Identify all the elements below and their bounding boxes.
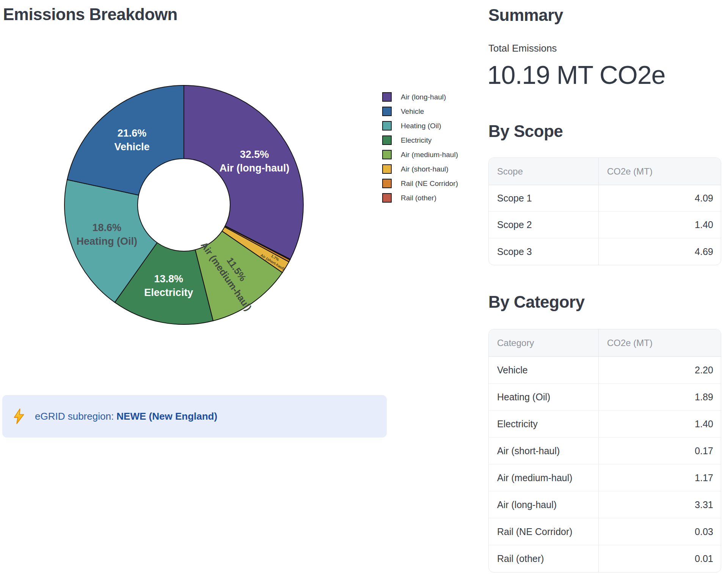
legend-swatch (382, 164, 392, 174)
row-label: Vehicle (489, 357, 599, 383)
legend-swatch (382, 135, 392, 145)
table-row: Rail (other)0.01 (489, 545, 721, 572)
by-scope-table: Scope CO2e (MT) Scope 14.09Scope 21.40Sc… (488, 157, 721, 265)
legend-item-electricity[interactable]: Electricity (382, 135, 458, 145)
table-row: Rail (NE Corridor)0.03 (489, 518, 721, 545)
by-category-heading: By Category (488, 293, 585, 311)
table-row: Heating (Oil)1.89 (489, 384, 721, 411)
row-value: 1.89 (599, 384, 721, 410)
row-label: Electricity (489, 411, 599, 437)
table-row: Air (long-haul)3.31 (489, 491, 721, 518)
table-row: Scope 14.09 (489, 185, 721, 212)
legend-swatch (382, 179, 392, 188)
egrid-subregion-text: eGRID subregion: NEWE (New England) (35, 411, 217, 422)
row-value: 4.09 (599, 185, 721, 211)
total-emissions-value: 10.19 MT CO2e (487, 61, 665, 88)
table-header-row: Scope CO2e (MT) (489, 158, 721, 185)
row-label: Air (medium-haul) (489, 464, 599, 491)
table-header-row: Category CO2e (MT) (489, 329, 721, 357)
legend-item-air-long-haul[interactable]: Air (long-haul) (382, 92, 458, 102)
legend-label: Air (medium-haul) (401, 151, 458, 159)
row-label: Heating (Oil) (489, 384, 599, 410)
row-value: 0.17 (599, 438, 721, 464)
legend-item-rail-other[interactable]: Rail (other) (382, 193, 458, 203)
summary-heading: Summary (488, 6, 563, 24)
table-row: Scope 34.69 (489, 238, 721, 265)
egrid-prefix: eGRID subregion: (35, 411, 114, 422)
emissions-donut-chart: 32.5%Air (long-haul)1.7%Air (short-haul)… (59, 80, 309, 330)
legend-swatch (382, 150, 392, 159)
row-label: Scope 1 (489, 185, 599, 211)
egrid-value: NEWE (New England) (116, 411, 217, 422)
legend-swatch (382, 121, 392, 131)
legend-label: Air (long-haul) (401, 93, 446, 101)
legend-label: Rail (other) (401, 194, 436, 202)
column-header-category: Category (489, 329, 599, 356)
row-label: Air (long-haul) (489, 491, 599, 518)
column-header-co2e: CO2e (MT) (599, 329, 721, 356)
legend-label: Air (short-haul) (401, 165, 449, 173)
row-label: Air (short-haul) (489, 438, 599, 464)
legend-label: Electricity (401, 136, 431, 145)
legend-item-rail-ne-corridor[interactable]: Rail (NE Corridor) (382, 179, 458, 188)
lightning-icon (13, 408, 25, 424)
row-value: 4.69 (599, 238, 721, 265)
legend-label: Vehicle (401, 107, 424, 116)
legend-item-air-medium-haul[interactable]: Air (medium-haul) (382, 150, 458, 159)
row-value: 1.17 (599, 464, 721, 491)
table-row: Scope 21.40 (489, 212, 721, 238)
row-value: 1.40 (599, 411, 721, 437)
row-value: 3.31 (599, 491, 721, 518)
column-header-co2e: CO2e (MT) (599, 158, 721, 185)
total-emissions-label: Total Emissions (488, 42, 557, 54)
row-label: Rail (other) (489, 545, 599, 572)
page-title: Emissions Breakdown (3, 5, 177, 24)
legend-swatch (382, 193, 392, 203)
pie-slice-air-long-haul[interactable] (184, 85, 303, 259)
row-label: Scope 2 (489, 212, 599, 238)
row-label: Scope 3 (489, 238, 599, 265)
egrid-info-banner: eGRID subregion: NEWE (New England) (2, 395, 387, 438)
legend-item-air-short-haul[interactable]: Air (short-haul) (382, 164, 458, 174)
column-header-scope: Scope (489, 158, 599, 185)
legend-item-heating-oil[interactable]: Heating (Oil) (382, 121, 458, 131)
legend-label: Rail (NE Corridor) (401, 179, 458, 188)
donut-svg (59, 80, 309, 330)
legend-swatch (382, 92, 392, 102)
legend-label: Heating (Oil) (401, 122, 441, 130)
by-category-table: Category CO2e (MT) Vehicle2.20Heating (O… (488, 329, 721, 573)
table-row: Air (medium-haul)1.17 (489, 464, 721, 491)
chart-legend: Air (long-haul)VehicleHeating (Oil)Elect… (382, 92, 458, 208)
row-value: 0.01 (599, 545, 721, 572)
table-row: Vehicle2.20 (489, 357, 721, 384)
table-row: Air (short-haul)0.17 (489, 438, 721, 464)
table-row: Electricity1.40 (489, 411, 721, 438)
row-value: 1.40 (599, 212, 721, 238)
legend-swatch (382, 107, 392, 116)
row-value: 0.03 (599, 518, 721, 545)
by-scope-heading: By Scope (488, 122, 563, 140)
legend-item-vehicle[interactable]: Vehicle (382, 107, 458, 116)
row-label: Rail (NE Corridor) (489, 518, 599, 545)
row-value: 2.20 (599, 357, 721, 383)
pie-slice-vehicle[interactable] (67, 85, 184, 195)
